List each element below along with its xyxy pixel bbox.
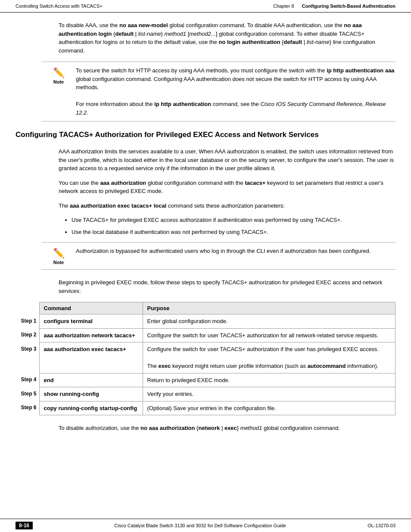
note-label-2: Note — [53, 260, 64, 265]
empty-header — [16, 302, 39, 314]
body-para-2: You can use the aaa authorization global… — [59, 179, 395, 196]
note-text-1: To secure the switch for HTTP access by … — [76, 66, 395, 117]
step-2-command: aaa authorization network tacacs+ — [39, 328, 143, 342]
header-right: Chapter 8 Configuring Switch-Based Authe… — [273, 3, 395, 9]
bottom-paragraph: To disable authorization, use the no aaa… — [59, 424, 395, 432]
step-6-purpose: (Optional) Save your entries in the conf… — [143, 401, 395, 415]
note-text-2: Authorization is bypassed for authentica… — [76, 247, 395, 255]
footer-doc-code: OL-13270-03 — [367, 523, 395, 528]
table-row: Step 4 end Return to privileged EXEC mod… — [16, 373, 395, 387]
note-label-1: Note — [53, 79, 64, 84]
header-title: Configuring Switch-Based Authentication — [302, 3, 395, 9]
command-header: Command — [39, 302, 143, 314]
table-row: Step 2 aaa authorization network tacacs+… — [16, 328, 395, 342]
step-5-label: Step 5 — [16, 387, 39, 401]
table-header-row: Command Purpose — [16, 302, 395, 314]
step-3-purpose: Configure the switch for user TACACS+ au… — [143, 342, 395, 373]
step-4-command: end — [39, 373, 143, 387]
note-icon-area-2: ✏️ Note — [41, 247, 76, 265]
bullet-list: Use TACACS+ for privileged EXEC access a… — [72, 216, 395, 236]
purpose-header: Purpose — [143, 302, 395, 314]
body-para-1: AAA authorization limits the services av… — [59, 147, 395, 173]
step-4-purpose: Return to privileged EXEC mode. — [143, 373, 395, 387]
step-4-label: Step 4 — [16, 373, 39, 387]
step-6-label: Step 6 — [16, 401, 39, 415]
step-5-command: show running-config — [39, 387, 143, 401]
page-number: 8-16 — [16, 522, 33, 529]
step-3-label: Step 3 — [16, 342, 39, 373]
step-2-label: Step 2 — [16, 328, 39, 342]
header-chapter: Chapter 8 — [273, 3, 294, 9]
note-box-2: ✏️ Note Authorization is bypassed for au… — [41, 242, 395, 270]
step-2-purpose: Configure the switch for user TACACS+ au… — [143, 328, 395, 342]
step-1-command: configure terminal — [39, 314, 143, 329]
intro-paragraph: To disable AAA, use the no aaa new-model… — [59, 21, 395, 55]
note-box-1: ✏️ Note To secure the switch for HTTP ac… — [41, 62, 395, 121]
main-content: To disable AAA, use the no aaa new-model… — [0, 12, 411, 467]
table-row: Step 3 aaa authorization exec tacacs+ Co… — [16, 342, 395, 373]
page-footer: 8-16 Cisco Catalyst Blade Switch 3130 an… — [0, 519, 411, 532]
header-left: Controlling Switch Access with TACACS+ — [16, 3, 103, 9]
bullet-item-2: Use the local database if authentication… — [72, 228, 395, 236]
section-heading: Configuring TACACS+ Authorization for Pr… — [16, 130, 395, 140]
steps-table: Command Purpose Step 1 configure termina… — [16, 302, 395, 415]
note-pencil-icon-2: ✏️ — [53, 248, 65, 259]
step-1-purpose: Enter global configuration mode. — [143, 314, 395, 329]
step-6-command: copy running-config startup-config — [39, 401, 143, 415]
step-3-command: aaa authorization exec tacacs+ — [39, 342, 143, 373]
table-row: Step 5 show running-config Verify your e… — [16, 387, 395, 401]
table-row: Step 1 configure terminal Enter global c… — [16, 314, 395, 329]
body-para-3: The aaa authorization exec tacacs+ local… — [59, 202, 395, 210]
step-5-purpose: Verify your entries. — [143, 387, 395, 401]
bullet-item-1: Use TACACS+ for privileged EXEC access a… — [72, 216, 395, 224]
note-icon-area-1: ✏️ Note — [41, 66, 76, 84]
footer-doc-title: Cisco Catalyst Blade Switch 3130 and 303… — [114, 523, 286, 528]
note-pencil-icon-1: ✏️ — [53, 67, 65, 78]
table-row: Step 6 copy running-config startup-confi… — [16, 401, 395, 415]
step-1-label: Step 1 — [16, 314, 39, 329]
body-para-4: Beginning in privileged EXEC mode, follo… — [59, 278, 395, 295]
page-header: Controlling Switch Access with TACACS+ C… — [0, 0, 411, 12]
